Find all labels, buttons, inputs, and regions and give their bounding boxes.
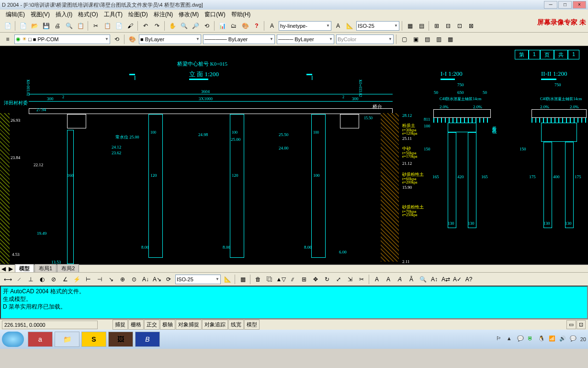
array-icon[interactable]: ⊞ xyxy=(299,274,309,285)
scale-icon[interactable]: ⤢ xyxy=(333,274,344,285)
dim-quick-icon[interactable]: ⚡ xyxy=(71,274,82,285)
text-a7-icon[interactable]: A✓ xyxy=(452,274,463,285)
vp1-icon[interactable]: ▢ xyxy=(399,34,409,45)
vp3-icon[interactable]: ▤ xyxy=(422,34,432,45)
cut-icon[interactable]: ✂ xyxy=(90,21,101,31)
coordinates-display[interactable]: 226.1951, 0.0000 xyxy=(2,321,98,329)
tab-model[interactable]: 模型 xyxy=(15,264,34,272)
mirror-icon[interactable]: ▲▽ xyxy=(276,274,286,285)
text-a8-icon[interactable]: A? xyxy=(464,274,474,285)
dim-diameter-icon[interactable]: ⊘ xyxy=(48,274,59,285)
menu-window[interactable]: 窗口(W) xyxy=(202,10,228,19)
zoom-prev-icon[interactable]: ⟲ xyxy=(202,21,212,31)
undo-icon[interactable]: ↶ xyxy=(140,21,151,31)
menu-draw[interactable]: 绘图(D) xyxy=(125,10,151,19)
horizontal-scrollbar[interactable]: ◀ ▶ 模型 布局1 布局2 xyxy=(0,264,588,272)
zoom-win-icon[interactable]: 🔎 xyxy=(190,21,201,31)
hatch-icon[interactable]: ▦ xyxy=(237,274,248,285)
otrack-toggle[interactable]: 对象追踪 xyxy=(202,320,228,330)
tray-flag-icon[interactable]: 🏳 xyxy=(496,335,504,343)
status-icon2[interactable]: ⊡ xyxy=(577,320,586,329)
lwt-toggle[interactable]: 线宽 xyxy=(228,320,244,330)
text-a4-icon[interactable]: Ā xyxy=(406,274,417,285)
dcenter-icon[interactable]: 🗂 xyxy=(228,21,239,31)
text-a1-icon[interactable]: A xyxy=(372,274,382,285)
layerprev-icon[interactable]: ⟲ xyxy=(112,34,122,45)
redo-icon[interactable]: ↷ xyxy=(152,21,162,31)
dim-ordinate-icon[interactable]: ⊥ xyxy=(25,274,36,285)
dim-leader-icon[interactable]: ↘ xyxy=(106,274,116,285)
erase-icon[interactable]: 🗑 xyxy=(253,274,263,285)
copy-icon[interactable]: 📋 xyxy=(102,21,113,31)
taskbar-app-explorer[interactable]: 📁 xyxy=(55,332,79,347)
text-a5-icon[interactable]: A↕ xyxy=(429,274,440,285)
tray-chat-icon[interactable]: 💬 xyxy=(517,335,525,343)
dim-baseline-icon[interactable]: ⊢ xyxy=(83,274,93,285)
color-dropdown[interactable]: ■ ByLayer▼ xyxy=(139,34,201,44)
osnap-toggle[interactable]: 对象捕捉 xyxy=(176,320,202,330)
ortho-toggle[interactable]: 正交 xyxy=(144,320,159,330)
drawing-canvas[interactable]: 第 1 页 共 1 桥梁中心桩号 K0+015 立 面 1:200 I-I 1:… xyxy=(0,46,588,272)
open-icon[interactable]: 📂 xyxy=(29,21,40,31)
start-button[interactable] xyxy=(2,332,24,347)
dim-continue-icon[interactable]: ⊣ xyxy=(94,274,105,285)
stretch-icon[interactable]: ⇲ xyxy=(345,274,355,285)
dim-tedit-icon[interactable]: A↘ xyxy=(152,274,162,285)
tray-shield-icon[interactable]: ⛨ xyxy=(528,335,535,343)
layout1-icon[interactable]: ⊞ xyxy=(431,21,442,31)
dim-edit-icon[interactable]: A↓ xyxy=(140,274,151,285)
layermgr-icon[interactable]: ≡ xyxy=(2,34,13,45)
taskbar-app-autocad[interactable]: a xyxy=(28,332,53,347)
vp5-icon[interactable]: ▦ xyxy=(445,34,455,45)
textstyle-icon[interactable]: A xyxy=(267,21,277,31)
color-icon[interactable]: 🎨 xyxy=(127,34,137,45)
text-a6-icon[interactable]: A⇄ xyxy=(441,274,451,285)
trim-icon[interactable]: ✂ xyxy=(356,274,367,285)
toolpal-icon[interactable]: 🎨 xyxy=(240,21,250,31)
lineweight-dropdown[interactable]: ──── ByLayer▼ xyxy=(277,34,334,44)
layer-dropdown[interactable]: ◉ ☀ □ ■ PP-COM▼ xyxy=(14,34,110,44)
menu-dimension[interactable]: 标注(N) xyxy=(151,10,176,19)
taskbar-app-b[interactable]: B xyxy=(135,332,160,347)
status-icon1[interactable]: ▭ xyxy=(566,320,576,329)
layout3-icon[interactable]: ⊡ xyxy=(454,21,465,31)
paste-icon[interactable]: 📄 xyxy=(113,21,124,31)
offset-icon[interactable]: ⫽ xyxy=(287,274,298,285)
preview-icon[interactable]: 🔍 xyxy=(64,21,74,31)
dimstyle-icon[interactable]: 📐 xyxy=(344,21,355,31)
tab-layout1[interactable]: 布局1 xyxy=(34,264,57,272)
layout4-icon[interactable]: ⊠ xyxy=(466,21,476,31)
linetype2-dropdown[interactable]: ────── ByLayer▼ xyxy=(203,34,275,44)
dim-center-icon[interactable]: ⊙ xyxy=(129,274,139,285)
menu-format[interactable]: 格式(O) xyxy=(75,10,101,19)
pan-icon[interactable]: ✋ xyxy=(167,21,178,31)
maximize-button[interactable]: □ xyxy=(558,1,572,9)
dim-style-icon[interactable]: 📐 xyxy=(222,274,233,285)
dim-linear-icon[interactable]: ⟷ xyxy=(2,274,13,285)
textstyle2-icon[interactable]: A xyxy=(333,21,343,31)
model-toggle[interactable]: 模型 xyxy=(244,320,260,330)
dimstyle-dropdown[interactable]: ISO-25▼ xyxy=(356,21,399,31)
zoom-rt-icon[interactable]: 🔍 xyxy=(179,21,189,31)
menu-modify[interactable]: 修改(M) xyxy=(176,10,202,19)
menu-help[interactable]: 帮助(H) xyxy=(228,10,254,19)
new-icon[interactable]: 📄 xyxy=(2,21,13,31)
taskbar-app-img[interactable]: 🖼 xyxy=(108,332,133,347)
text-a2-icon[interactable]: A xyxy=(383,274,394,285)
find-icon[interactable]: 🔍 xyxy=(418,274,428,285)
menu-tools[interactable]: 工具(T) xyxy=(101,10,125,19)
dim-update-icon[interactable]: ⟳ xyxy=(163,274,174,285)
plotstyle-dropdown[interactable]: ByColor▼ xyxy=(336,34,394,44)
move-icon[interactable]: ✥ xyxy=(310,274,321,285)
scroll-right-icon[interactable]: ▶ xyxy=(7,265,14,272)
layout2-icon[interactable]: ⊟ xyxy=(443,21,453,31)
table-icon[interactable]: ▦ xyxy=(405,21,415,31)
dim-style-dropdown[interactable]: ISO-25▼ xyxy=(175,275,221,284)
tray-up-icon[interactable]: ▲ xyxy=(507,335,514,343)
menu-edit[interactable]: 编辑(E) xyxy=(3,10,28,19)
save-icon[interactable]: 💾 xyxy=(41,21,51,31)
minimize-button[interactable]: ─ xyxy=(544,1,557,9)
command-window[interactable]: 开 AutoCAD 2004 格式的文件。 生成模型。 D 菜单实用程序已加载。 xyxy=(0,286,588,319)
scroll-left-icon[interactable]: ◀ xyxy=(0,265,7,272)
match-icon[interactable]: 🖌 xyxy=(125,21,136,31)
